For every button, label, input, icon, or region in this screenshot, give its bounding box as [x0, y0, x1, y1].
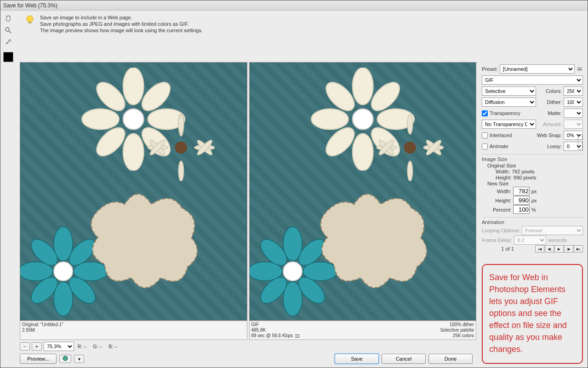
amount-label: Amount:	[543, 121, 562, 127]
opt-colors: 256 colors	[440, 333, 474, 339]
svg-point-49	[404, 142, 416, 154]
svg-point-31	[54, 262, 73, 281]
image-content	[304, 171, 444, 305]
top-row: Save an image to include in a Web page. …	[0, 11, 588, 62]
next-frame-button[interactable]: |▶	[564, 245, 573, 253]
hand-tool[interactable]	[3, 13, 13, 23]
delay-label: Frame Delay:	[482, 237, 512, 243]
new-width-input[interactable]	[513, 187, 530, 196]
colors-select[interactable]: 256	[564, 86, 583, 96]
info-strip: Original: "Untitled-1" 2.95M GIF 485.8K …	[20, 321, 476, 340]
pct-label: Percent:	[493, 207, 511, 213]
svg-rect-3	[29, 22, 31, 23]
optimized-pane[interactable]	[249, 62, 477, 321]
opt-palette: Selective palette	[440, 328, 474, 333]
done-button[interactable]: Done	[428, 354, 473, 364]
svg-point-6	[82, 109, 119, 130]
dither-select[interactable]: 100%	[564, 98, 583, 107]
animation-title: Animation	[482, 219, 583, 225]
opt-dither: 100% dither	[440, 322, 474, 328]
loop-label: Looping Options:	[482, 228, 520, 233]
preview-column: Original: "Untitled-1" 2.95M GIF 485.8K …	[20, 62, 476, 366]
svg-point-33	[352, 134, 373, 171]
preview-panes	[20, 62, 476, 321]
original-title: Original: "Untitled-1"	[22, 322, 245, 328]
interlaced-checkbox[interactable]: Interlaced	[482, 132, 512, 138]
play-button[interactable]: ▶	[554, 245, 564, 253]
image-content	[74, 171, 215, 305]
svg-point-2	[27, 16, 33, 22]
last-frame-button[interactable]: ▶|	[574, 245, 583, 253]
preset-select[interactable]: [Unnamed]	[500, 64, 575, 74]
zoom-select[interactable]: 75.3%	[44, 342, 74, 351]
new-size-title: New Size	[482, 181, 583, 186]
svg-point-5	[123, 134, 144, 171]
svg-point-12	[123, 109, 144, 130]
loop-select: Forever	[522, 226, 583, 235]
orig-h: 990 pixels	[514, 175, 537, 180]
px-label2: px	[531, 198, 537, 203]
svg-point-14	[178, 114, 184, 134]
lossy-label: Lossy:	[547, 144, 562, 149]
colors-label: Colors:	[546, 88, 562, 94]
foreground-color-swatch[interactable]	[3, 52, 13, 62]
new-w-label: Width:	[493, 189, 511, 194]
optimized-info: GIF 485.8K 89 sec @ 56.6 Kbps 100% dithe…	[249, 321, 477, 340]
new-h-label: Height:	[493, 198, 511, 203]
svg-point-4	[123, 68, 144, 105]
websnap-label: Web Snap:	[537, 132, 562, 138]
sidepanel: Preset: [Unnamed] GIF Selective Colors: …	[479, 62, 586, 366]
hint-line1: Save an image to include in a Web page.	[40, 14, 203, 21]
dither-method-select[interactable]: Diffusion	[482, 98, 536, 107]
titlebar: Save for Web (75.3%)	[0, 0, 588, 11]
animate-checkbox[interactable]: Animate	[482, 144, 508, 150]
trans-dither-select[interactable]: No Transparency Dither	[482, 120, 536, 129]
preset-menu-icon[interactable]	[577, 67, 583, 71]
matte-select[interactable]	[564, 109, 583, 118]
animation-section: Animation Looping Options: Forever Frame…	[482, 217, 583, 253]
preview-button[interactable]: Preview...	[20, 354, 57, 364]
browser-preview-button[interactable]	[59, 355, 71, 363]
zoom-out-button[interactable]: −	[20, 342, 30, 351]
amount-select	[564, 120, 583, 129]
svg-point-0	[6, 28, 9, 31]
reduction-select[interactable]: Selective	[482, 86, 536, 96]
browser-preview-menu[interactable]: ▾	[74, 355, 84, 363]
r-value: R: --	[78, 344, 86, 349]
window-title: Save for Web (75.3%)	[3, 2, 57, 9]
original-info: Original: "Untitled-1" 2.95M	[20, 321, 247, 340]
frame-counter: 1 of 1	[482, 246, 533, 252]
annotation-box: Save for Web in Photoshop Elements lets …	[482, 264, 583, 364]
image-size-section: Image Size Original Size Width: 782 pixe…	[482, 154, 583, 214]
save-button[interactable]: Save	[335, 354, 379, 364]
save-for-web-window: Save for Web (75.3%) Save an image to	[0, 0, 588, 368]
first-frame-button[interactable]: |◀	[535, 245, 544, 253]
orig-size-title: Original Size	[482, 163, 583, 168]
content: Save an image to include in a Web page. …	[0, 11, 588, 368]
percent-input[interactable]	[513, 205, 530, 214]
cancel-button[interactable]: Cancel	[382, 354, 426, 364]
svg-point-59	[63, 356, 68, 361]
matte-label: Matte:	[548, 110, 562, 116]
new-height-input[interactable]	[513, 196, 530, 205]
svg-point-58	[283, 262, 302, 281]
bottom-bar: Preview... ▾ Save Cancel Done	[20, 352, 476, 366]
zoom-in-button[interactable]: +	[32, 342, 42, 351]
orig-h-label: Height:	[496, 175, 512, 180]
hint-text: Save an image to include in a Web page. …	[40, 14, 203, 34]
original-pane[interactable]	[20, 62, 247, 321]
format-select[interactable]: GIF	[482, 75, 583, 85]
g-value: G: --	[93, 344, 102, 349]
prev-frame-button[interactable]: ◀|	[545, 245, 554, 253]
time-menu-icon[interactable]	[294, 334, 301, 338]
svg-point-41	[407, 114, 413, 134]
pct-sym: %	[531, 207, 536, 213]
main-area: Original: "Untitled-1" 2.95M GIF 485.8K …	[0, 62, 588, 368]
transparency-checkbox[interactable]: Transparency	[482, 110, 520, 116]
constrain-link-icon[interactable]	[578, 134, 582, 150]
orig-w: 782 pixels	[512, 169, 535, 174]
hint-line3: The image preview shows how image will l…	[40, 27, 203, 34]
eyedropper-tool[interactable]	[3, 37, 13, 47]
toolstrip	[0, 11, 19, 62]
zoom-tool[interactable]	[3, 25, 13, 35]
